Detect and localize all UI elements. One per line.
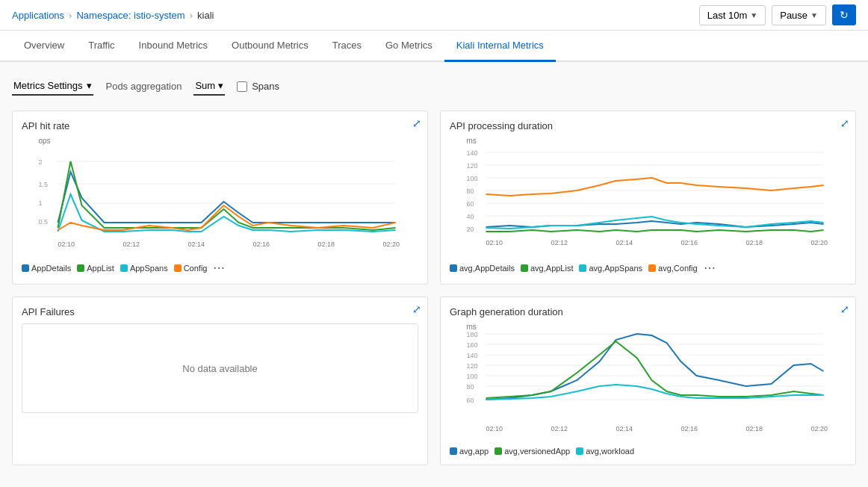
tab-traces[interactable]: Traces	[320, 31, 373, 62]
legend-dot-avg-config	[648, 264, 656, 272]
header: Applications › Namespace: istio-system ›…	[0, 0, 868, 31]
graph-generation-duration-expand-icon[interactable]: ⤢	[840, 303, 849, 315]
svg-text:80: 80	[467, 383, 474, 391]
header-controls: Last 10m ▼ Pause ▼ ↻	[699, 4, 856, 25]
time-range-dropdown[interactable]: Last 10m ▼	[699, 5, 766, 25]
svg-text:60: 60	[467, 397, 474, 404]
legend-item-appdetails: AppDetails	[22, 264, 71, 273]
metrics-settings-label: Metrics Settings	[13, 80, 82, 91]
legend-item-avg-config: avg,Config	[648, 264, 698, 273]
svg-text:02:16: 02:16	[681, 425, 698, 432]
svg-text:02:14: 02:14	[616, 425, 633, 432]
svg-text:140: 140	[467, 149, 478, 157]
svg-text:02:20: 02:20	[383, 241, 400, 248]
legend-label-appdetails: AppDetails	[31, 264, 71, 273]
svg-text:02:12: 02:12	[123, 241, 140, 248]
svg-text:02:10: 02:10	[486, 239, 503, 246]
api-failures-card: API Failures ⤢ No data available	[12, 297, 428, 465]
metrics-settings-button[interactable]: Metrics Settings ▾	[12, 77, 93, 96]
legend-dot-avg-app	[450, 447, 457, 455]
api-hit-rate-expand-icon[interactable]: ⤢	[412, 117, 421, 129]
toolbar: Metrics Settings ▾ Pods aggregation Sum …	[12, 77, 856, 96]
api-hit-rate-chart-area: ops 2 1.5 1 0.5 02:10 02:12 02:14 02:16	[22, 134, 418, 256]
legend-dot-avg-appdetails	[450, 264, 457, 272]
legend-label-avg-appdetails: avg,AppDetails	[459, 264, 515, 273]
api-failures-expand-icon[interactable]: ⤢	[412, 303, 421, 315]
refresh-button[interactable]: ↻	[832, 4, 856, 25]
svg-text:180: 180	[467, 331, 478, 338]
svg-text:02:10: 02:10	[58, 241, 75, 248]
legend-item-avg-app: avg,app	[450, 447, 489, 456]
breadcrumb: Applications › Namespace: istio-system ›…	[12, 10, 214, 21]
svg-text:02:18: 02:18	[746, 239, 763, 246]
api-processing-duration-expand-icon[interactable]: ⤢	[840, 117, 849, 129]
svg-text:20: 20	[467, 226, 474, 233]
legend-dot-config	[174, 264, 182, 272]
svg-text:ops: ops	[39, 137, 51, 145]
sum-dropdown[interactable]: Sum ▾	[193, 77, 225, 96]
pause-label: Pause	[780, 10, 807, 21]
svg-text:1: 1	[39, 199, 43, 207]
api-hit-rate-svg: ops 2 1.5 1 0.5 02:10 02:12 02:14 02:16	[22, 134, 418, 254]
legend-item-appspans: AppSpans	[120, 264, 168, 273]
graph-generation-duration-legend: avg,app avg,versionedApp avg,workload	[450, 447, 846, 456]
svg-text:02:18: 02:18	[318, 241, 335, 248]
svg-text:02:18: 02:18	[746, 425, 763, 432]
breadcrumb-namespace[interactable]: Namespace: istio-system	[76, 10, 185, 21]
svg-text:02:16: 02:16	[681, 239, 698, 246]
tab-inbound-metrics[interactable]: Inbound Metrics	[127, 31, 220, 62]
legend-label-avg-config: avg,Config	[658, 264, 698, 273]
svg-text:02:20: 02:20	[811, 239, 828, 246]
pods-aggregation-label: Pods aggregation	[105, 81, 182, 92]
legend-item-config: Config	[174, 264, 208, 273]
legend-dot-avg-versioned-app	[495, 447, 502, 455]
tab-outbound-metrics[interactable]: Outbound Metrics	[220, 31, 320, 62]
spans-text: Spans	[252, 81, 279, 92]
legend-label-avg-appspans: avg,AppSpans	[589, 264, 642, 273]
tab-kiali-internal-metrics[interactable]: Kiali Internal Metrics	[444, 31, 556, 62]
metrics-settings-arrow-icon: ▾	[87, 80, 92, 91]
legend-dot-applist	[77, 264, 84, 272]
svg-text:02:12: 02:12	[551, 425, 568, 432]
svg-text:02:14: 02:14	[188, 241, 205, 248]
graph-generation-duration-chart-area: ms 180 160 140 120 100 80 60	[450, 320, 846, 442]
svg-text:ms: ms	[467, 137, 477, 145]
spans-checkbox-input[interactable]	[237, 81, 247, 92]
svg-text:0.5: 0.5	[39, 218, 49, 226]
tab-traffic[interactable]: Traffic	[76, 31, 126, 62]
svg-text:140: 140	[467, 352, 478, 359]
legend-label-avg-applist: avg,AppList	[530, 264, 573, 273]
svg-text:120: 120	[467, 162, 478, 170]
legend-label-avg-app: avg,app	[459, 447, 489, 456]
time-range-arrow-icon: ▼	[750, 11, 757, 19]
legend-item-avg-appspans: avg,AppSpans	[579, 264, 642, 273]
breadcrumb-current: kiali	[197, 10, 214, 21]
legend-item-avg-applist: avg,AppList	[521, 264, 573, 273]
svg-text:100: 100	[467, 373, 478, 380]
svg-text:02:12: 02:12	[551, 239, 568, 246]
svg-text:160: 160	[467, 341, 478, 349]
api-processing-duration-title: API processing duration	[450, 120, 846, 131]
api-hit-rate-more-icon[interactable]: ⋯	[213, 261, 225, 275]
tab-go-metrics[interactable]: Go Metrics	[373, 31, 444, 62]
pause-dropdown[interactable]: Pause ▼	[772, 5, 826, 25]
pause-arrow-icon: ▼	[810, 11, 818, 19]
legend-item-avg-workload: avg,workload	[576, 447, 634, 456]
svg-text:60: 60	[467, 200, 474, 208]
sum-label: Sum	[195, 80, 215, 91]
legend-dot-avg-workload	[576, 447, 583, 455]
breadcrumb-applications[interactable]: Applications	[12, 10, 64, 21]
tabs-bar: Overview Traffic Inbound Metrics Outboun…	[0, 31, 868, 62]
legend-item-avg-versioned-app: avg,versionedApp	[495, 447, 570, 456]
legend-dot-appdetails	[22, 264, 29, 272]
api-processing-duration-more-icon[interactable]: ⋯	[704, 261, 716, 275]
tab-overview[interactable]: Overview	[12, 31, 76, 62]
api-processing-duration-chart-area: ms 140 120 100 80 60 40 20	[450, 134, 846, 256]
svg-text:02:10: 02:10	[486, 425, 503, 432]
spans-checkbox-label[interactable]: Spans	[237, 81, 279, 92]
api-processing-duration-legend: avg,AppDetails avg,AppList avg,AppSpans …	[450, 261, 846, 275]
breadcrumb-sep-1: ›	[69, 10, 72, 21]
graph-generation-duration-card: Graph generation duration ⤢ ms 180 160 1…	[440, 297, 856, 465]
legend-dot-avg-applist	[521, 264, 528, 272]
legend-label-avg-versioned-app: avg,versionedApp	[504, 447, 570, 456]
